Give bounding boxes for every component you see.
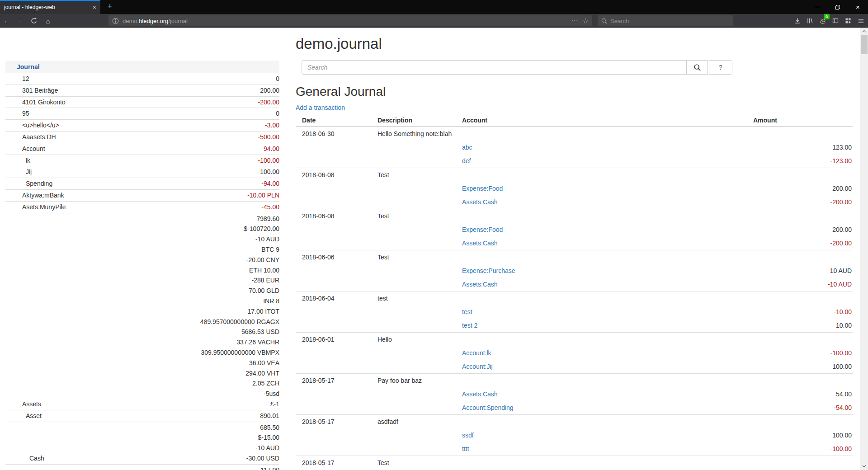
column-header-date: Date <box>296 113 377 127</box>
journal-search-input[interactable] <box>302 60 687 75</box>
minimize-icon <box>815 7 820 7</box>
sidebar-account-row: Spending-94.00 <box>5 178 279 189</box>
sidebar-account-link[interactable]: Spending <box>5 179 52 189</box>
posting-account-link[interactable]: test 2 <box>462 322 477 329</box>
transaction-description: Test <box>377 456 462 470</box>
posting-account-link[interactable]: Account:lk <box>462 349 491 357</box>
posting-account-link[interactable]: Assets:Cash <box>462 390 498 398</box>
bookmark-star-icon[interactable]: ☆ <box>583 17 589 25</box>
sidebar-account-link[interactable]: Asets:MunyPile <box>5 202 66 212</box>
extension-button[interactable]: 0 <box>816 15 829 27</box>
window-minimize-button[interactable] <box>807 0 827 14</box>
add-transaction-link[interactable]: Add a transaction <box>296 103 345 112</box>
window-close-button[interactable]: × <box>848 0 868 14</box>
grid-add-button[interactable] <box>842 15 854 27</box>
posting-account-link[interactable]: Expense:Purchase <box>462 267 515 274</box>
sidebar-account-balance: -10.00 PLN <box>247 190 279 201</box>
balance-amount: -117.00 <box>259 465 279 470</box>
posting-row: tttt-100.00 <box>296 442 853 456</box>
posting-account-link[interactable]: Account:Spending <box>462 404 514 411</box>
posting-account-link[interactable]: Expense:Food <box>462 226 503 233</box>
url-bar[interactable]: demo.hledger.org/journal ⋯ ☆ <box>108 15 592 26</box>
sidebar-account-link[interactable]: Asset <box>5 411 42 421</box>
transaction-description: asdfadf <box>377 415 462 429</box>
url-text: demo.hledger.org/journal <box>123 18 188 24</box>
sidebar-account-link[interactable]: 12 <box>5 74 29 84</box>
posting-account-link[interactable]: test <box>462 308 472 315</box>
transactions-table: Date Description Account Amount 2018-06-… <box>296 113 853 470</box>
posting-account-link[interactable]: ssdf <box>462 432 474 439</box>
tab-close-icon[interactable]: × <box>93 4 96 10</box>
sidebar-account-link[interactable]: Cash <box>5 453 44 464</box>
scrollbar-up-arrow[interactable] <box>860 28 868 35</box>
sidebar-account-link[interactable]: Jij <box>5 167 32 177</box>
sidebar-toggle-button[interactable] <box>829 15 842 27</box>
posting-account-link[interactable]: def <box>462 157 471 164</box>
library-button[interactable] <box>804 15 816 27</box>
balance-amount: 0 <box>276 74 279 84</box>
forward-button[interactable]: → <box>14 15 25 27</box>
search-help-button[interactable]: ? <box>709 60 732 75</box>
window-restore-button[interactable] <box>827 0 848 14</box>
balance-amount: 294.00 VHT <box>200 368 279 379</box>
transaction-description: Hello <box>377 333 462 347</box>
back-button[interactable]: ← <box>1 15 13 27</box>
posting-account-link[interactable]: Assets:Cash <box>462 240 498 247</box>
downloads-button[interactable] <box>791 15 804 27</box>
sidebar-account-link[interactable]: 95 <box>5 108 29 119</box>
balance-amount: $-15.00 <box>246 432 279 443</box>
sidebar-account-link[interactable]: Aktywa:mBank <box>5 190 64 201</box>
menu-button[interactable] <box>854 15 867 27</box>
grid-plus-icon <box>844 17 852 24</box>
sidebar-account-link[interactable]: 4101 Girokonto <box>5 97 66 108</box>
transaction-row: 2018-05-17Pay foo bar baz <box>296 374 853 388</box>
posting-account-link[interactable]: Assets:Cash <box>462 198 498 206</box>
section-heading: General Journal <box>296 85 853 99</box>
new-tab-button[interactable]: + <box>103 0 117 14</box>
posting-account-link[interactable]: Expense:Food <box>462 185 503 192</box>
scrollbar-down-arrow[interactable] <box>860 462 868 470</box>
balance-amount: -100.00 <box>258 155 279 166</box>
sidebar-journal-link[interactable]: Journal <box>17 63 40 70</box>
column-header-description: Description <box>377 113 462 127</box>
sidebar-account-link[interactable]: 301 Beiträge <box>5 85 58 96</box>
home-button[interactable]: ⌂ <box>42 15 54 27</box>
sidebar-account-link[interactable]: <u>hello</u> <box>5 120 59 131</box>
sidebar-account-link[interactable]: lk <box>5 155 30 166</box>
sidebar-account-balance: -200.00 <box>258 97 279 108</box>
sidebar-toggle-icon <box>832 17 839 24</box>
posting-account-link[interactable]: tttt <box>462 445 469 452</box>
sidebar-journal-row[interactable]: Journal <box>5 61 279 73</box>
transaction-row: 2018-06-04test <box>296 291 853 306</box>
browser-search-field[interactable] <box>598 15 733 26</box>
sidebar-account-link[interactable]: Aaasets:DH <box>5 132 56 142</box>
posting-row: Expense:Food200.00 <box>296 223 853 236</box>
sidebar-account-balance: -94.00 <box>261 179 279 189</box>
posting-account-link[interactable]: abc <box>462 144 472 151</box>
journal-search-button[interactable] <box>687 60 708 75</box>
transaction-date: 2018-06-01 <box>296 333 377 347</box>
reload-button[interactable] <box>28 15 40 27</box>
posting-account-link[interactable]: Assets:Cash <box>462 281 498 288</box>
sidebar-account-link[interactable]: Assets <box>5 399 41 409</box>
posting-row: Account:Spending-54.00 <box>296 401 853 415</box>
browser-search-input[interactable] <box>610 18 714 24</box>
balance-amount: 0 <box>276 108 279 119</box>
balance-amount: 890.01 <box>260 411 279 421</box>
url-subdomain: demo. <box>123 18 139 24</box>
sidebar: Journal 120301 Beiträge200.004101 Giroko… <box>5 61 279 470</box>
transaction-date: 2018-06-06 <box>296 250 377 264</box>
posting-account-link[interactable]: Account:Jij <box>462 363 493 370</box>
page-actions-icon[interactable]: ⋯ <box>571 17 578 25</box>
sidebar-account-balance: 0 <box>276 108 279 119</box>
sidebar-account-balance: 100.00 <box>260 167 279 177</box>
posting-amount: 100.00 <box>753 360 853 374</box>
balance-amount: INR 8 <box>200 296 279 306</box>
balance-amount: -94.00 <box>261 179 279 189</box>
balance-amount: -30.00 USD <box>246 453 279 464</box>
sidebar-account-link[interactable]: Account <box>5 144 45 154</box>
transaction-row: 2018-05-17Test <box>296 456 853 470</box>
scrollbar-thumb[interactable] <box>861 35 868 54</box>
browser-tab[interactable]: journal - hledger-web × <box>0 0 100 14</box>
page-scrollbar[interactable] <box>860 28 868 470</box>
